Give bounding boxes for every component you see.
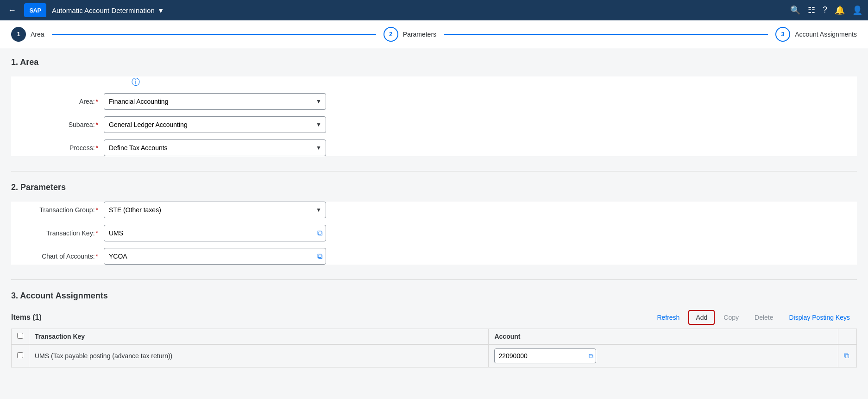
wizard-circle-3: 3	[775, 27, 790, 42]
user-icon[interactable]: 👤	[852, 5, 862, 15]
wizard-step-1[interactable]: 1 Area	[11, 27, 44, 42]
area-row: Area:* Financial Accounting ▼	[11, 93, 857, 110]
subarea-row: Subarea:* General Ledger Accounting ▼	[11, 116, 857, 133]
transaction-key-label: Transaction Key:*	[11, 229, 104, 237]
header-checkbox-col	[12, 329, 29, 345]
transaction-key-row: Transaction Key:* ⧉	[11, 225, 857, 241]
bell-icon[interactable]: 🔔	[835, 5, 845, 15]
assignments-table: Transaction Key Account UMS (Tax payable…	[11, 329, 857, 367]
copy-button[interactable]: Copy	[717, 310, 746, 324]
area-label: Area:*	[11, 98, 104, 105]
account-value-help-icon[interactable]: ⧉	[589, 352, 593, 360]
transaction-key-input[interactable]	[104, 225, 326, 241]
chart-of-accounts-label: Chart of Accounts:*	[11, 253, 104, 260]
row-transaction-key: UMS (Tax payable posting (advance tax re…	[29, 344, 489, 367]
process-row: Process:* Define Tax Accounts ▼	[11, 139, 857, 156]
wizard-bar: 1 Area 2 Parameters 3 Account Assignment…	[0, 20, 868, 48]
items-actions: Refresh Add Copy Delete Display Posting …	[650, 310, 857, 325]
tg-required: *	[96, 206, 98, 214]
header-title: Automatic Account Determination ▼	[52, 6, 164, 14]
chart-of-accounts-input-wrapper: ⧉	[104, 248, 326, 265]
transaction-group-select-wrapper: STE (Other taxes) ▼	[104, 202, 326, 218]
wizard-step-3[interactable]: 3 Account Assignments	[775, 27, 857, 42]
app-header: ← SAP Automatic Account Determination ▼ …	[0, 0, 868, 20]
parameters-form: Transaction Group:* STE (Other taxes) ▼ …	[11, 202, 857, 265]
row-checkbox[interactable]	[17, 352, 23, 358]
sap-logo: SAP	[24, 3, 46, 17]
account-assignments-section: 3. Account Assignments Items (1) Refresh…	[11, 291, 857, 367]
section1-title: 1. Area	[11, 57, 857, 67]
wizard-line-1	[52, 34, 376, 35]
chart-of-accounts-row: Chart of Accounts:* ⧉	[11, 248, 857, 265]
grid-icon[interactable]: ☷	[808, 5, 815, 15]
main-content: 1. Area ⓘ Area:* Financial Accounting ▼ …	[0, 48, 868, 377]
header-icons: 🔍 ☷ ? 🔔 👤	[790, 5, 862, 15]
help-circle-icon[interactable]: ⓘ	[132, 76, 857, 88]
divider-1	[11, 171, 857, 171]
area-required: *	[96, 98, 98, 105]
back-button[interactable]: ←	[6, 4, 19, 17]
process-select-wrapper: Define Tax Accounts ▼	[104, 139, 326, 156]
section3-title: 3. Account Assignments	[11, 291, 857, 301]
subarea-required: *	[96, 121, 98, 128]
items-header: Items (1) Refresh Add Copy Delete Displa…	[11, 310, 857, 325]
process-required: *	[96, 144, 98, 152]
subarea-select-wrapper: General Ledger Accounting ▼	[104, 116, 326, 133]
process-label: Process:*	[11, 144, 104, 152]
wizard-line-2	[444, 34, 768, 35]
help-icon[interactable]: ?	[823, 5, 827, 15]
add-button[interactable]: Add	[688, 310, 715, 325]
row-expand-cell: ⧉	[838, 344, 857, 367]
wizard-label-1: Area	[31, 31, 44, 38]
items-count: Items (1)	[11, 313, 42, 322]
wizard-label-3: Account Assignments	[795, 31, 857, 38]
display-posting-keys-button[interactable]: Display Posting Keys	[782, 310, 857, 324]
transaction-group-label: Transaction Group:*	[11, 206, 104, 214]
transaction-group-row: Transaction Group:* STE (Other taxes) ▼	[11, 202, 857, 218]
process-select[interactable]: Define Tax Accounts	[104, 139, 326, 156]
chart-of-accounts-value-help-icon[interactable]: ⧉	[317, 252, 322, 260]
header-transaction-key: Transaction Key	[29, 329, 489, 345]
wizard-circle-1: 1	[11, 27, 26, 42]
divider-2	[11, 279, 857, 280]
coa-required: *	[96, 253, 98, 260]
refresh-button[interactable]: Refresh	[650, 310, 686, 324]
row-account-cell: ⧉	[489, 344, 838, 367]
subarea-select[interactable]: General Ledger Accounting	[104, 116, 326, 133]
chart-of-accounts-input[interactable]	[104, 248, 326, 265]
header-title-text: Automatic Account Determination	[52, 6, 155, 14]
tk-required: *	[96, 229, 98, 237]
transaction-key-input-wrapper: ⧉	[104, 225, 326, 241]
table-header-row: Transaction Key Account	[12, 329, 857, 345]
delete-button[interactable]: Delete	[748, 310, 780, 324]
area-select-wrapper: Financial Accounting ▼	[104, 93, 326, 110]
area-select[interactable]: Financial Accounting	[104, 93, 326, 110]
transaction-key-value-help-icon[interactable]: ⧉	[317, 229, 322, 237]
account-input-wrapper: ⧉	[494, 348, 596, 363]
wizard-circle-2: 2	[384, 27, 398, 42]
wizard-label-2: Parameters	[403, 31, 436, 38]
section2-title: 2. Parameters	[11, 183, 857, 192]
area-form: ⓘ Area:* Financial Accounting ▼ Subarea:…	[11, 76, 857, 156]
header-account: Account	[489, 329, 838, 345]
account-input[interactable]	[494, 348, 596, 363]
row-checkbox-cell	[12, 344, 29, 367]
header-action-col	[838, 329, 857, 345]
title-dropdown-arrow[interactable]: ▼	[157, 6, 164, 14]
wizard-step-2[interactable]: 2 Parameters	[384, 27, 436, 42]
table-row: UMS (Tax payable posting (advance tax re…	[12, 344, 857, 367]
subarea-label: Subarea:*	[11, 121, 104, 128]
transaction-group-select[interactable]: STE (Other taxes)	[104, 202, 326, 218]
search-icon[interactable]: 🔍	[790, 5, 800, 15]
select-all-checkbox[interactable]	[17, 333, 23, 339]
expand-icon[interactable]: ⧉	[844, 352, 849, 360]
